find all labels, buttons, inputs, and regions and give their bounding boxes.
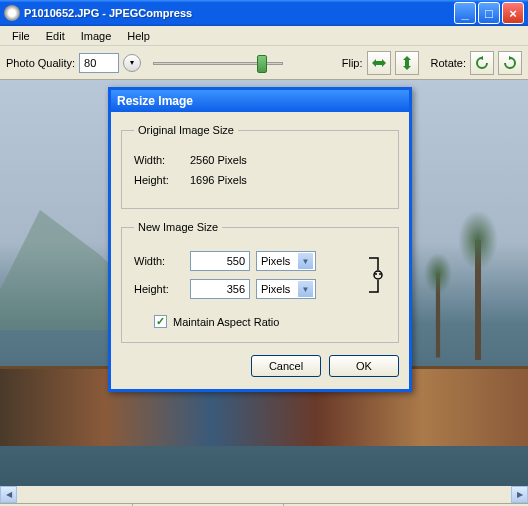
flip-horizontal-icon <box>371 55 387 71</box>
cancel-button[interactable]: Cancel <box>251 355 321 377</box>
original-legend: Original Image Size <box>134 124 238 136</box>
flip-vertical-button[interactable] <box>395 51 419 75</box>
rotate-left-button[interactable] <box>470 51 494 75</box>
menu-edit[interactable]: Edit <box>38 28 73 44</box>
new-legend: New Image Size <box>134 221 222 233</box>
flip-vertical-icon <box>399 55 415 71</box>
new-size-group: New Image Size Width: 550 Pixels ▼ He <box>121 221 399 343</box>
rotate-label: Rotate: <box>431 57 466 69</box>
menu-image[interactable]: Image <box>73 28 120 44</box>
new-width-unit-select[interactable]: Pixels ▼ <box>256 251 316 271</box>
slider-thumb[interactable] <box>257 55 267 73</box>
orig-width-value: 2560 Pixels <box>190 154 270 166</box>
menu-bar: File Edit Image Help <box>0 26 528 46</box>
scroll-right-button[interactable]: ▶ <box>511 486 528 503</box>
scroll-left-button[interactable]: ◀ <box>0 486 17 503</box>
resize-dialog: Resize Image Original Image Size Width: … <box>108 87 412 392</box>
ok-button[interactable]: OK <box>329 355 399 377</box>
rotate-right-button[interactable] <box>498 51 522 75</box>
aspect-link-icon <box>366 250 386 300</box>
new-height-unit-select[interactable]: Pixels ▼ <box>256 279 316 299</box>
new-height-input[interactable]: 356 <box>190 279 250 299</box>
svg-point-0 <box>374 271 382 279</box>
maximize-button[interactable]: □ <box>478 2 500 24</box>
new-height-label: Height: <box>134 283 184 295</box>
flip-label: Flip: <box>342 57 363 69</box>
chevron-down-icon: ▼ <box>298 253 313 269</box>
svg-point-2 <box>379 273 381 275</box>
dialog-title: Resize Image <box>111 90 409 112</box>
svg-point-1 <box>375 273 377 275</box>
image-viewport: Resize Image Original Image Size Width: … <box>0 80 528 486</box>
menu-help[interactable]: Help <box>119 28 158 44</box>
rotate-left-icon <box>474 55 490 71</box>
window-title: P1010652.JPG - JPEGCompress <box>24 7 454 19</box>
aspect-ratio-label: Maintain Aspect Ratio <box>173 316 279 328</box>
app-icon <box>4 5 20 21</box>
orig-height-label: Height: <box>134 174 184 186</box>
quality-label: Photo Quality: <box>6 57 75 69</box>
new-width-input[interactable]: 550 <box>190 251 250 271</box>
horizontal-scrollbar[interactable]: ◀ ▶ <box>0 486 528 503</box>
minimize-button[interactable]: _ <box>454 2 476 24</box>
toolbar: Photo Quality: 80 ▾ Flip: Rotate: <box>0 46 528 80</box>
aspect-ratio-checkbox[interactable]: ✓ <box>154 315 167 328</box>
quality-input[interactable]: 80 <box>79 53 119 73</box>
chevron-down-icon: ▼ <box>298 281 313 297</box>
scroll-track[interactable] <box>17 486 511 503</box>
window-titlebar: P1010652.JPG - JPEGCompress _ □ × <box>0 0 528 26</box>
quality-spin-button[interactable]: ▾ <box>123 54 141 72</box>
close-button[interactable]: × <box>502 2 524 24</box>
new-width-label: Width: <box>134 255 184 267</box>
menu-file[interactable]: File <box>4 28 38 44</box>
rotate-right-icon <box>502 55 518 71</box>
quality-slider[interactable] <box>153 53 283 73</box>
orig-width-label: Width: <box>134 154 184 166</box>
original-size-group: Original Image Size Width: 2560 Pixels H… <box>121 124 399 209</box>
orig-height-value: 1696 Pixels <box>190 174 270 186</box>
flip-horizontal-button[interactable] <box>367 51 391 75</box>
